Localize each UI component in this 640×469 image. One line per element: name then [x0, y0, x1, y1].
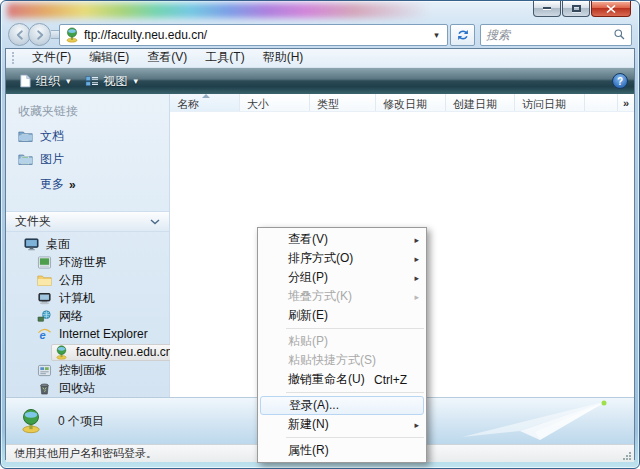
toolbar-grip [12, 52, 15, 64]
address-dropdown-button[interactable]: ▾ [428, 26, 445, 44]
column-header-row: 名称 大小 类型 修改日期 创建日期 访问日期 » [170, 94, 634, 112]
explorer-window: ftp://faculty.neu.edu.cn/ ▾ 文件(F) 编辑(E) [0, 0, 640, 469]
tree-item-label: 回收站 [56, 380, 98, 397]
chevron-down-icon: ▾ [434, 30, 439, 40]
navigation-bar: ftp://faculty.neu.edu.cn/ ▾ [1, 21, 639, 48]
tree-item-network[interactable]: 网络 [6, 307, 169, 325]
column-date-modified[interactable]: 修改日期 [376, 94, 446, 111]
maximize-icon [572, 5, 581, 12]
menu-separator [286, 437, 424, 438]
organize-page-icon [19, 74, 31, 88]
menu-view[interactable]: 查看(V) [138, 48, 196, 68]
column-date-created[interactable]: 创建日期 [446, 94, 515, 111]
views-button[interactable]: 视图 ▾ [78, 70, 146, 93]
window-frame: ftp://faculty.neu.edu.cn/ ▾ 文件(F) 编辑(E) [0, 0, 640, 469]
internet-explorer-icon: e [37, 328, 52, 341]
column-size[interactable]: 大小 [240, 94, 310, 111]
submenu-arrow-icon: ▸ [414, 292, 419, 302]
folder-tree: 桌面 环游世界 公用 计算机 [6, 232, 169, 397]
address-bar[interactable]: ftp://faculty.neu.edu.cn/ ▾ [59, 24, 448, 46]
tree-item-label: 环游世界 [56, 254, 110, 271]
double-chevron-icon: » [69, 178, 75, 192]
sidebar-item-pictures[interactable]: 图片 [6, 148, 169, 171]
context-item-refresh[interactable]: 刷新(E) [258, 306, 426, 325]
forward-button[interactable] [28, 23, 51, 46]
views-label: 视图 [104, 73, 128, 90]
resize-grip[interactable] [623, 451, 632, 460]
minimize-icon [543, 7, 551, 10]
tree-item-user-folder[interactable]: 环游世界 [6, 253, 169, 271]
context-menu: 查看(V)▸ 排序方式(O)▸ 分组(P)▸ 堆叠方式(K)▸ 刷新(E) 粘贴… [257, 227, 427, 463]
tree-item-desktop[interactable]: 桌面 [6, 235, 169, 253]
recycle-bin-icon [37, 382, 52, 395]
context-item-new[interactable]: 新建(N)▸ [258, 415, 426, 434]
accelerator-label: Ctrl+Z [374, 373, 419, 387]
window-controls [533, 1, 631, 17]
context-item-properties[interactable]: 属性(R) [258, 441, 426, 460]
computer-icon [37, 292, 52, 305]
sidebar-more[interactable]: 更多 » [6, 171, 169, 196]
context-item-paste-shortcut: 粘贴快捷方式(S) [258, 351, 426, 370]
column-overflow-button[interactable]: » [618, 94, 634, 111]
tree-item-label: Internet Explorer [56, 327, 151, 341]
sort-ascending-icon [202, 94, 210, 98]
status-text: 使用其他用户名和密码登录。 [14, 446, 157, 461]
chevron-down-icon [150, 219, 160, 225]
menu-file[interactable]: 文件(F) [23, 48, 80, 68]
search-input[interactable] [486, 28, 613, 42]
paper-airplane-watermark [452, 399, 612, 443]
submenu-arrow-icon: ▸ [414, 420, 419, 430]
help-button[interactable]: ? [612, 73, 628, 89]
column-name[interactable]: 名称 [170, 94, 240, 111]
item-count: 0 个项目 [58, 413, 104, 430]
ftp-site-icon [64, 27, 80, 43]
favorite-links-title: 收藏夹链接 [6, 94, 169, 125]
titlebar-wallpaper-blur [7, 3, 489, 18]
context-item-undo-rename[interactable]: 撤销重命名(U)Ctrl+Z [258, 370, 426, 389]
control-panel-icon [37, 364, 52, 377]
submenu-arrow-icon: ▸ [414, 273, 419, 283]
tree-item-control-panel[interactable]: 控制面板 [6, 361, 169, 379]
more-label: 更多 [40, 176, 64, 193]
desktop-icon [24, 238, 39, 251]
minimize-button[interactable] [533, 1, 561, 17]
sidebar-item-label: 文档 [40, 128, 64, 145]
menu-edit[interactable]: 编辑(E) [80, 48, 138, 68]
context-item-sort-by[interactable]: 排序方式(O)▸ [258, 249, 426, 268]
context-item-view[interactable]: 查看(V)▸ [258, 230, 426, 249]
command-bar: 组织 ▾ 视图 ▾ ? [6, 68, 634, 94]
search-box [480, 24, 632, 46]
menu-help[interactable]: 帮助(H) [254, 48, 313, 68]
address-joint [51, 30, 59, 39]
menu-bar: 文件(F) 编辑(E) 查看(V) 工具(T) 帮助(H) [6, 49, 634, 68]
folder-icon [37, 274, 52, 287]
sidebar-item-documents[interactable]: 文档 [6, 125, 169, 148]
submenu-arrow-icon: ▸ [414, 235, 419, 245]
menu-tools[interactable]: 工具(T) [196, 48, 253, 68]
context-item-login[interactable]: 登录(A)... [260, 396, 424, 415]
tree-item-ftp-site[interactable]: faculty.neu.edu.cn [6, 343, 169, 361]
close-button[interactable] [591, 1, 631, 17]
tree-item-public[interactable]: 公用 [6, 271, 169, 289]
help-icon: ? [617, 76, 623, 87]
organize-label: 组织 [36, 73, 60, 90]
context-item-group-by[interactable]: 分组(P)▸ [258, 268, 426, 287]
ftp-site-icon [18, 408, 44, 434]
refresh-icon [456, 28, 470, 42]
column-type[interactable]: 类型 [310, 94, 376, 111]
tree-item-label: 公用 [56, 272, 86, 289]
maximize-button[interactable] [562, 1, 590, 17]
refresh-button[interactable] [450, 24, 475, 46]
tree-item-computer[interactable]: 计算机 [6, 289, 169, 307]
tree-item-internet-explorer[interactable]: e Internet Explorer [6, 325, 169, 343]
organize-button[interactable]: 组织 ▾ [12, 70, 78, 93]
tree-item-recycle-bin[interactable]: 回收站 [6, 379, 169, 397]
network-icon [37, 310, 52, 323]
chevron-down-icon: ▾ [134, 76, 139, 86]
sidebar-item-label: 图片 [40, 151, 64, 168]
menu-separator [286, 392, 424, 393]
column-date-accessed[interactable]: 访问日期 [515, 94, 585, 111]
context-item-stack-by: 堆叠方式(K)▸ [258, 287, 426, 306]
double-chevron-icon: » [623, 97, 629, 109]
folders-band[interactable]: 文件夹 [6, 211, 169, 232]
